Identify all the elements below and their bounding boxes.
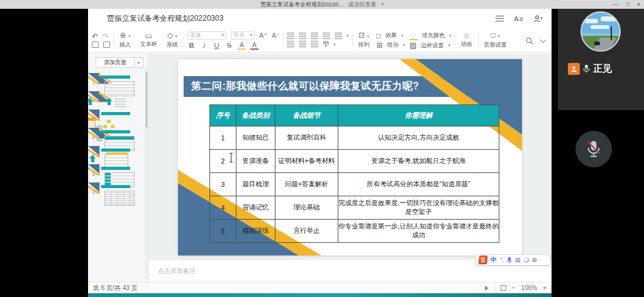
- animation-star-icon: ☆: [463, 32, 470, 40]
- slide-thumbnail-selected[interactable]: 6: [91, 126, 149, 141]
- insert-plus-icon: ⊕ ▾: [120, 31, 131, 40]
- group-button[interactable]: 组合: [387, 41, 399, 49]
- table-row[interactable]: 3 题目梳理 问题+答案解析 所有考试高分的本质都是“知道原题”: [210, 173, 499, 196]
- fill-color-button[interactable]: 填充颜色: [422, 31, 445, 40]
- page-indicator: 第 6 页/共 43 页: [93, 284, 138, 293]
- redo-icon[interactable]: ↷: [103, 33, 109, 40]
- indent-decrease-icon[interactable]: [311, 33, 318, 40]
- screen: 贾振立复试备考全程规划20220... 成员仅查看 ▾ — □ × 贾振立复试备…: [0, 0, 644, 297]
- table-row[interactable]: 2 资源准备 证明材料+备考材料 资源之于备考,犹如船只之于航海: [210, 150, 499, 173]
- ime-toolbar: S 中 °, ▤ ❏ ⊞: [475, 254, 550, 266]
- ime-keyboard-icon[interactable]: ▤: [515, 257, 521, 263]
- meeting-doc-title: 贾振立复试备考全程规划20220...: [260, 1, 343, 9]
- numbered-list-icon[interactable]: [299, 33, 306, 40]
- ime-mic-icon[interactable]: [507, 257, 512, 264]
- mic-muted-icon: [586, 140, 602, 159]
- slide[interactable]: 第二问:那我做些什么就可以保障我复试无压力呢? 序号 备战类别: [178, 59, 522, 255]
- text-cursor: [231, 154, 231, 162]
- insert-button[interactable]: ⊕ ▾ 插入: [117, 31, 133, 49]
- decrease-font-icon[interactable]: A⁻: [272, 31, 280, 40]
- minimize-button[interactable]: —: [613, 1, 618, 8]
- status-bar: 第 6 页/共 43 页 − 106% +: [88, 282, 552, 293]
- align-right-icon[interactable]: [311, 41, 318, 48]
- italic-button[interactable]: I: [200, 42, 208, 49]
- format-painter-icon[interactable]: [92, 42, 99, 48]
- ime-punctuation-icon[interactable]: °,: [500, 257, 504, 263]
- chevron-down-icon[interactable]: ▾: [382, 2, 384, 7]
- border-settings-icon[interactable]: ▨: [409, 42, 416, 49]
- effects-button[interactable]: 效果: [386, 31, 397, 40]
- textbox-icon: ▭: [145, 32, 152, 40]
- group-icon[interactable]: ⊞: [377, 42, 383, 49]
- menu-icon[interactable]: [496, 16, 504, 21]
- fit-page-icon[interactable]: [501, 285, 506, 291]
- slide-canvas[interactable]: 第二问:那我做些什么就可以保障我复试无压力呢? 序号 备战类别: [149, 53, 552, 259]
- font-size-select[interactable]: 字号▾: [231, 31, 255, 40]
- notes-placeholder: 点击添加备注: [158, 267, 196, 276]
- sogou-logo-icon[interactable]: S: [478, 255, 487, 264]
- font-family-select[interactable]: 字体▾: [187, 31, 226, 40]
- sidebar-scrollbar-thumb[interactable]: [145, 71, 148, 128]
- slide-title: 第二问:那我做些什么就可以保障我复试无压力呢?: [184, 80, 419, 93]
- arrange-icon: ⊡ ▾: [358, 31, 369, 40]
- page-setup-button[interactable]: □ ▾ 页面设置: [482, 31, 509, 49]
- textbox-button[interactable]: ▭ 文本框: [138, 32, 160, 48]
- strikethrough-button[interactable]: S: [225, 42, 233, 49]
- slideshow-icon[interactable]: [485, 286, 489, 291]
- page-setup-icon: □ ▾: [491, 31, 500, 40]
- table-row[interactable]: 4 背诵记忆 理论基础 完成度之后是效果度,一切技巧在没有理论基础的支撑都是空架…: [210, 196, 499, 220]
- ime-language-mode[interactable]: 中: [491, 255, 497, 264]
- paste-icon[interactable]: [103, 42, 110, 48]
- undo-icon[interactable]: ↶: [92, 33, 98, 40]
- zoom-level: 106%: [521, 284, 538, 291]
- zoom-in-button[interactable]: +: [543, 284, 547, 291]
- table-row[interactable]: 1 知彼知己 复试调剂百科 认知决定方向,方向决定成败: [210, 126, 499, 150]
- slide-thumbnail[interactable]: 3: [91, 71, 149, 86]
- zoom-out-button[interactable]: −: [512, 284, 516, 291]
- slide-thumbnail[interactable]: 5: [91, 108, 149, 123]
- fill-color-icon[interactable]: ◌: [409, 31, 418, 40]
- highlight-color-button[interactable]: A: [238, 41, 246, 50]
- document-header: 贾振立复试备考全程规划20220303 A≡: [88, 9, 552, 28]
- mic-active-icon: [582, 64, 591, 74]
- border-settings-button[interactable]: 边框设置: [421, 42, 443, 50]
- taskbar-edge: [88, 293, 552, 297]
- view-mode-dropdown[interactable]: 成员仅查看: [348, 1, 377, 9]
- ime-toolbox-icon[interactable]: ⊞: [532, 257, 537, 263]
- bold-button[interactable]: B: [187, 42, 196, 49]
- toolbar: ↶↷ ⊕ ▾ 插入 ▭ 文本框 ◇ ▾ 形状: [88, 28, 552, 53]
- shapes-button[interactable]: ◇ ▾ 形状: [164, 31, 180, 49]
- presenter-badge-icon: [568, 63, 580, 75]
- increase-font-icon[interactable]: A⁺: [259, 31, 267, 40]
- shapes-icon: ◇ ▾: [167, 31, 177, 40]
- participants-panel: 正见: [552, 9, 644, 297]
- effects-icon[interactable]: □: [377, 32, 381, 40]
- add-page-button[interactable]: 添加页面: [96, 57, 135, 68]
- slide-table[interactable]: 序号 备战类别 备战细节 你需理解 1 知彼知己 复试调剂百科 认知决定方向,方…: [209, 104, 499, 243]
- search-icon[interactable]: [526, 37, 533, 45]
- collapse-toolbar-icon[interactable]: [540, 36, 547, 43]
- document-title: 贾振立复试备考全程规划20220303: [107, 13, 223, 24]
- close-button[interactable]: ×: [637, 1, 640, 8]
- underline-button[interactable]: U: [213, 42, 221, 49]
- line-spacing-icon[interactable]: [335, 33, 342, 40]
- arrange-button[interactable]: ⊡ ▾ 排列: [356, 31, 372, 49]
- outline-icon[interactable]: A≡: [514, 15, 524, 23]
- align-center-icon[interactable]: [299, 41, 306, 48]
- font-color-button[interactable]: A: [250, 41, 258, 50]
- table-row[interactable]: 5 模拟演练 言行举止 你专业靠谱是第一步,让别人知道你专业靠谱才是最终的成功: [210, 220, 499, 243]
- share-user-icon[interactable]: [534, 15, 543, 23]
- slide-title-band[interactable]: 第二问:那我做些什么就可以保障我复试无压力呢?: [184, 76, 522, 97]
- indent-increase-icon[interactable]: [323, 33, 330, 40]
- slide-panel: 添加页面 ▾ 3 4 5: [88, 53, 149, 282]
- maximize-button[interactable]: □: [626, 1, 629, 8]
- text-direction-icon[interactable]: Ͳ: [323, 41, 329, 48]
- mic-muted-button[interactable]: [575, 131, 612, 167]
- animation-button[interactable]: ☆ 动画: [458, 32, 475, 48]
- bullet-list-icon[interactable]: [287, 33, 294, 40]
- participant-name: 正见: [593, 63, 612, 75]
- align-left-icon[interactable]: [287, 41, 294, 48]
- ime-clipboard-icon[interactable]: ❏: [524, 257, 529, 263]
- add-page-dropdown[interactable]: ▾: [135, 57, 143, 68]
- participant-video-tile[interactable]: 正见: [558, 9, 644, 110]
